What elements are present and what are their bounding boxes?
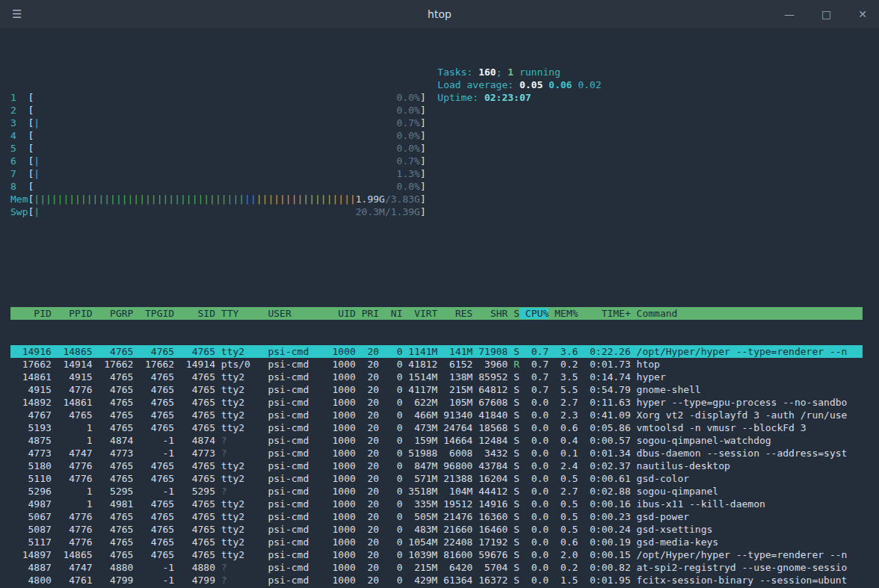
cell-ni: 0 xyxy=(379,498,402,510)
cell-pid: 4915 xyxy=(10,384,52,395)
cell-time: 0:02.37 xyxy=(578,460,630,471)
column-header-virt[interactable]: VIRT xyxy=(402,308,437,319)
maximize-icon[interactable]: □ xyxy=(821,8,831,20)
cell-cmd: vmtoolsd -n vmusr --blockFd 3 xyxy=(631,422,806,433)
column-header-pri[interactable]: PRI xyxy=(356,308,379,319)
column-header-tpgid[interactable]: TPGID xyxy=(133,308,174,319)
cell-uid: 1000 xyxy=(327,536,356,548)
cell-ppid: 4747 xyxy=(52,562,93,573)
cpu-meter-2: 2 [ 0.0%] xyxy=(10,104,879,117)
cpu-meter-label: 5 xyxy=(10,143,28,154)
cell-pri: 20 xyxy=(356,359,379,370)
column-header-ni[interactable]: NI xyxy=(379,308,402,319)
cell-tty: tty2 xyxy=(215,524,268,535)
cell-pgrp: 4773 xyxy=(93,448,134,459)
process-row[interactable]: 5087 4776 4765 4765 4765 tty2 psi-cmd 10… xyxy=(10,523,863,536)
cell-pgrp: 4765 xyxy=(93,473,134,484)
process-table: PID PPID PGRP TPGID SID TTY USER UID PRI… xyxy=(10,282,879,588)
process-row[interactable]: 17662 14914 17662 17662 14914 pts/0 psi-… xyxy=(10,358,863,371)
process-row[interactable]: 5110 4776 4765 4765 4765 tty2 psi-cmd 10… xyxy=(10,472,863,485)
cell-res: 96800 xyxy=(437,460,472,471)
cpu-meter-label: 6 xyxy=(10,155,28,167)
process-row[interactable]: 5193 1 4765 4765 4765 tty2 psi-cmd 1000 … xyxy=(10,421,863,434)
process-row[interactable]: 4887 4747 4880 -1 4880 ? psi-cmd 1000 20… xyxy=(10,561,863,574)
process-row[interactable]: 4767 4765 4765 4765 4765 tty2 psi-cmd 10… xyxy=(10,409,863,421)
process-row[interactable]: 4915 4776 4765 4765 4765 tty2 psi-cmd 10… xyxy=(10,383,863,396)
cell-sid: 4880 xyxy=(174,562,215,573)
column-header-pid[interactable]: PID xyxy=(10,308,52,319)
uptime-value: 02:23:07 xyxy=(484,92,531,103)
column-header-cpu[interactable]: CPU% xyxy=(519,308,549,319)
process-row[interactable]: 14892 14861 4765 4765 4765 tty2 psi-cmd … xyxy=(10,396,863,409)
cell-virt: 335M xyxy=(402,498,437,510)
cell-tty: ? xyxy=(215,448,268,459)
column-header-tty[interactable]: TTY xyxy=(215,308,268,319)
cell-uid: 1000 xyxy=(327,486,356,497)
close-icon[interactable]: ✕ xyxy=(858,8,867,20)
cell-cpu: 0.0 xyxy=(519,486,549,497)
menu-icon[interactable]: ☰ xyxy=(12,7,22,21)
cell-tty: tty2 xyxy=(215,536,268,548)
minimize-icon[interactable]: — xyxy=(784,8,795,20)
swap-meter-label: Swp xyxy=(10,206,28,217)
process-row[interactable]: 5296 1 5295 -1 5295 ? psi-cmd 1000 20 0 … xyxy=(10,485,863,498)
cell-sid: 4765 xyxy=(174,473,215,484)
cell-cpu: 0.7 xyxy=(519,359,549,370)
column-header-ppid[interactable]: PPID xyxy=(52,308,93,319)
cell-uid: 1000 xyxy=(327,409,356,421)
cell-res: 138M xyxy=(437,371,472,383)
cell-virt: 215M xyxy=(402,562,437,573)
cell-shr: 16372 xyxy=(472,575,508,586)
column-header-pgrp[interactable]: PGRP xyxy=(93,308,134,319)
tasks-label: Tasks: xyxy=(437,66,478,78)
cell-cmd: gsd-xsettings xyxy=(631,524,713,535)
cell-user: psi-cmd xyxy=(268,486,326,497)
cpu-percent: 0.0% xyxy=(34,105,420,116)
cell-pgrp: 5295 xyxy=(93,486,134,497)
load-average-line: Load average: 0.05 0.06 0.02 xyxy=(437,78,601,91)
process-row[interactable]: 4800 4761 4799 -1 4799 ? psi-cmd 1000 20… xyxy=(10,574,863,587)
column-header-shr[interactable]: SHR xyxy=(472,308,508,319)
column-header-cmd[interactable]: Command xyxy=(631,308,678,319)
column-header-time[interactable]: TIME+ xyxy=(578,308,630,319)
cell-ni: 0 xyxy=(379,397,402,408)
process-row[interactable]: 4987 1 4981 4765 4765 tty2 psi-cmd 1000 … xyxy=(10,498,863,510)
cell-cmd: Xorg vt2 -displayfd 3 -auth /run/use xyxy=(631,409,848,421)
process-row[interactable]: 5117 4776 4765 4765 4765 tty2 psi-cmd 10… xyxy=(10,536,863,548)
column-header-mem[interactable]: MEM% xyxy=(549,308,578,319)
column-header-s[interactable]: S xyxy=(508,308,519,319)
column-header-sid[interactable]: SID xyxy=(174,308,215,319)
cell-shr: 3960 xyxy=(472,359,508,370)
cell-ni: 0 xyxy=(379,524,402,535)
cell-s: S xyxy=(508,524,519,535)
column-header-user[interactable]: USER xyxy=(268,308,326,319)
cell-ni: 0 xyxy=(379,359,402,370)
cell-cpu: 0.0 xyxy=(519,575,549,586)
cell-s: R xyxy=(508,359,519,370)
cell-virt: 1054M xyxy=(402,536,437,548)
cell-cpu: 0.0 xyxy=(519,524,549,535)
process-row[interactable]: 5067 4776 4765 4765 4765 tty2 psi-cmd 10… xyxy=(10,510,863,523)
cell-res: 61364 xyxy=(437,575,472,586)
cell-uid: 1000 xyxy=(327,460,356,471)
column-header-res[interactable]: RES xyxy=(437,308,472,319)
cell-tpgid: 4765 xyxy=(133,384,174,395)
process-row[interactable]: 14861 4915 4765 4765 4765 tty2 psi-cmd 1… xyxy=(10,371,863,383)
process-row[interactable]: 14916 14865 4765 4765 4765 tty2 psi-cmd … xyxy=(10,345,863,358)
memory-used-text: 1.99G xyxy=(356,194,385,205)
cell-shr: 16460 xyxy=(472,524,508,535)
cell-cmd: gsd-color xyxy=(631,473,689,484)
cell-tty: tty2 xyxy=(215,409,268,421)
cell-pgrp: 4765 xyxy=(93,371,134,383)
process-row[interactable]: 4773 4747 4773 -1 4773 ? psi-cmd 1000 20… xyxy=(10,447,863,459)
column-header-uid[interactable]: UID xyxy=(327,308,356,319)
process-row[interactable]: 5180 4776 4765 4765 4765 tty2 psi-cmd 10… xyxy=(10,459,863,472)
cell-tty: tty2 xyxy=(215,498,268,510)
cell-cmd: fcitx-session-binary --session=ubunt xyxy=(631,575,848,586)
process-row[interactable]: 14897 14865 4765 4765 4765 tty2 psi-cmd … xyxy=(10,548,863,561)
process-row[interactable]: 4875 1 4874 -1 4874 ? psi-cmd 1000 20 0 … xyxy=(10,434,863,447)
cell-res: 141M xyxy=(437,346,472,357)
cell-user: psi-cmd xyxy=(268,473,326,484)
cell-pri: 20 xyxy=(356,397,379,408)
cell-virt: 1039M xyxy=(402,549,437,560)
